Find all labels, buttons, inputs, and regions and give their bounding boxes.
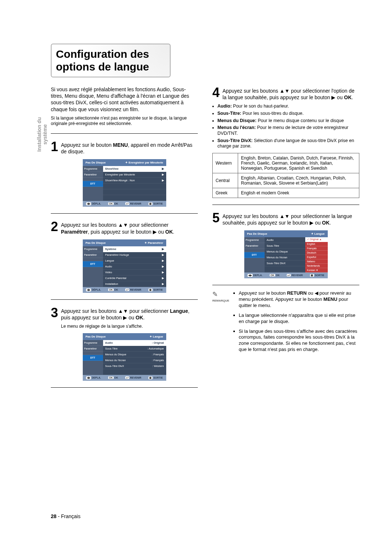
step-2: 2 Appuyez sur les boutons ▲▼ pour sélect… xyxy=(51,220,198,235)
page-number: 28 xyxy=(51,513,57,519)
divider xyxy=(51,299,198,300)
note-icon: ✎ xyxy=(212,290,229,298)
osd-items: ShowView▶ Enregistrer par Minuterie▶ Sho… xyxy=(103,166,166,201)
osd-menu-2: Pas De Disque ✦ Paramétrer Programme Par… xyxy=(83,239,166,293)
remark-block: ✎ REMARQUE Appuyez sur le bouton RETURN … xyxy=(212,285,359,356)
intro-text: Si vous avez réglé préalablement les fon… xyxy=(51,86,198,113)
osd-title: Pas De Disque xyxy=(86,161,106,164)
page-title: Configuration des options de langue xyxy=(51,44,171,77)
osd-menu-1: Pas De Disque ✦ Enregistrer par Minuteri… xyxy=(83,159,166,207)
step-1: 1 Appuyez sur le bouton MENU, appareil e… xyxy=(51,140,198,155)
divider xyxy=(51,133,198,134)
osd-left-tabs: Programme Paramétrer DTT xyxy=(83,166,103,201)
note-item: Si la langue des sous-titres s'affiche a… xyxy=(239,328,359,353)
step-text: Appuyez sur le bouton MENU, appareil en … xyxy=(61,140,198,155)
divider xyxy=(212,205,359,205)
step-text: Appuyez sur les boutons ▲▼ pour sélectio… xyxy=(61,306,198,321)
note-body: Appuyez sur le bouton RETURN ou ◀ pour r… xyxy=(233,290,359,356)
right-column: 4 Appuyez sur les boutons ▲▼ pour sélect… xyxy=(212,86,359,394)
note-label: REMARQUE xyxy=(212,299,229,302)
zone-table: WesternEnglish, Breton, Catalan, Danish,… xyxy=(212,153,359,198)
section-side-label: Installation du système xyxy=(36,109,48,160)
left-column: Si vous avez réglé préalablement les fon… xyxy=(51,86,198,394)
page-footer: 28 - Français xyxy=(51,513,81,519)
step-text: Appuyez sur les boutons ▲▼ pour sélectio… xyxy=(222,211,359,226)
step-subtext: Le menu de réglage de la langue s'affich… xyxy=(61,324,198,329)
table-row: WesternEnglish, Breton, Catalan, Danish,… xyxy=(213,153,359,173)
osd-breadcrumb: ✦ Enregistrer par Minuterie xyxy=(125,161,163,164)
step-number: 4 xyxy=(212,86,220,101)
step-text: Appuyez sur les boutons ▲▼ pour sélectio… xyxy=(222,86,359,101)
osd-footer: ◀▶DÉPLA. OKOK ⮐REVENIR ▣SORTIE xyxy=(83,201,166,207)
divider xyxy=(51,213,198,214)
table-row: GreekEnglish et modern Greek xyxy=(213,188,359,198)
intro-note: Si la langue sélectionnée n'est pas enre… xyxy=(51,116,198,127)
option-bullet: Menus du Disque: Pour le menu disque con… xyxy=(217,118,359,124)
step-4: 4 Appuyez sur les boutons ▲▼ pour sélect… xyxy=(212,86,359,101)
option-bullet: Menus du l'écran: Pour le menu de lectur… xyxy=(217,125,359,136)
option-bullets: Audio: Pour le son du haut-parleur.Sous-… xyxy=(217,104,359,149)
divider xyxy=(51,387,198,388)
osd-menu-3: Pas De Disque ✦ Langue Programme Paramét… xyxy=(83,333,166,381)
table-row: CentralEnglish, Albanian, Croatian, Czec… xyxy=(213,173,359,188)
step-3: 3 Appuyez sur les boutons ▲▼ pour sélect… xyxy=(51,306,198,321)
step-5: 5 Appuyez sur les boutons ▲▼ pour sélect… xyxy=(212,211,359,226)
option-bullet: Sous-Titre DivX: Sélection d'une langue … xyxy=(217,138,359,149)
option-bullet: Audio: Pour le son du haut-parleur. xyxy=(217,104,359,109)
step-text: Appuyez sur les boutons ▲▼ pour sélectio… xyxy=(61,220,198,235)
step-number: 2 xyxy=(51,220,58,235)
note-item: Appuyez sur le bouton RETURN ou ◀ pour r… xyxy=(239,290,359,309)
step-number: 1 xyxy=(51,140,58,155)
option-bullet: Sous-Titre: Pour les sous-titres du disq… xyxy=(217,111,359,117)
osd-menu-5: Pas De Disque ✦ Langue Programme Paramét… xyxy=(244,230,328,278)
step-number: 5 xyxy=(212,211,220,226)
note-item: La langue sélectionnée n'apparaîtra que … xyxy=(239,312,359,325)
step-number: 3 xyxy=(51,306,58,321)
